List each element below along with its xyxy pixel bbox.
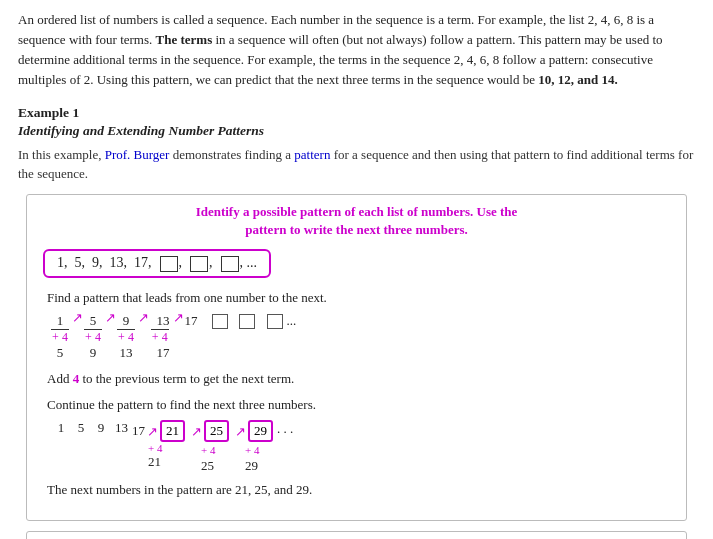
example-desc: In this example, Prof. Burger demonstrat… [18, 145, 695, 184]
arrow-group-4: 13 + 4 17 [150, 313, 170, 361]
cont-arrow-2: ↗ [191, 424, 202, 440]
main-content: An ordered list of numbers is called a s… [0, 0, 713, 539]
result-4: 17 [150, 345, 170, 361]
outer-wrapper: Identify a possible pattern of each list… [18, 194, 695, 539]
cont-res2: 25 [201, 458, 214, 473]
arrow-group-3: 9 + 4 13 [117, 313, 135, 361]
cont-res1: 21 [148, 454, 161, 470]
plus-4: + 4 [151, 329, 169, 345]
continue-math-row: 1 5 9 13 17 ↗ 21 + 4 [51, 420, 670, 474]
result-2: 9 [84, 345, 102, 361]
continue-label: Continue the pattern to find the next th… [43, 395, 670, 415]
cont-add1: + 4 [148, 442, 162, 454]
blank-sq-1[interactable] [212, 314, 228, 329]
cont-5: 5 [71, 420, 91, 436]
prediction-highlight: 10, 12, and 14. [538, 72, 617, 87]
cont-arrow-3: ↗ [235, 424, 246, 440]
example-title: Example 1 [18, 105, 695, 121]
blank-sq-3[interactable] [267, 314, 283, 329]
arrow-4: ↗ [173, 310, 184, 326]
cont-arrow-1: ↗ [147, 424, 158, 440]
arrow-group-1: 1 + 4 5 [51, 313, 69, 361]
num-9: 9 [117, 313, 135, 329]
blank2[interactable] [190, 256, 208, 272]
cont-17: 17 [132, 423, 145, 439]
example-subtitle: Identifying and Extending Number Pattern… [18, 123, 695, 139]
second-panel: 60, 50, 40, 30, , , , ... Find a pattern… [26, 531, 687, 539]
blank1[interactable] [160, 256, 178, 272]
cont-dots: . . . [277, 420, 293, 437]
terms-highlight: The terms [156, 32, 213, 47]
plus-2: + 4 [84, 329, 102, 345]
cont-add2: + 4 [201, 444, 215, 456]
plus-1: + 4 [51, 329, 69, 345]
main-box-panel: Identify a possible pattern of each list… [26, 194, 687, 521]
num-13: 13 [150, 313, 170, 329]
cont-1: 1 [51, 420, 71, 436]
final-answer: The next numbers in the pattern are 21, … [43, 480, 670, 500]
example-section: Example 1 Identifying and Extending Numb… [18, 105, 695, 184]
instruction-line2: pattern to write the next three numbers. [245, 222, 468, 237]
arrow-2: ↗ [105, 310, 116, 326]
add-highlight: 4 [73, 371, 80, 386]
add-instruction: Add 4 to the previous term to get the ne… [43, 369, 670, 389]
pattern-link: pattern [294, 147, 330, 162]
bracket-25: 25 [204, 420, 229, 442]
box-instruction: Identify a possible pattern of each list… [43, 203, 670, 239]
plus-3: + 4 [117, 329, 135, 345]
cont-res3: 29 [245, 458, 258, 473]
arrow-math-row: 1 + 4 5 ↗ 5 + 4 9 ↗ [51, 313, 670, 361]
num-17: 17 [185, 313, 198, 329]
result-3: 13 [117, 345, 135, 361]
arrow-group-2: 5 + 4 9 [84, 313, 102, 361]
result-1: 5 [51, 345, 69, 361]
cont-9: 9 [91, 420, 111, 436]
arrow-3: ↗ [138, 310, 149, 326]
prof-name: Prof. Burger [105, 147, 170, 162]
sequence1-display: 1, 5, 9, 13, 17, , , , ... [43, 249, 271, 278]
second-panel-inner: 60, 50, 40, 30, , , , ... Find a pattern… [27, 532, 686, 539]
instruction-line1: Identify a possible pattern of each list… [196, 204, 518, 219]
num-5: 5 [84, 313, 102, 329]
blank-sq-2[interactable] [239, 314, 255, 329]
find-pattern-label: Find a pattern that leads from one numbe… [43, 288, 670, 308]
num-1: 1 [51, 313, 69, 329]
sequence1-panel: 1, 5, 9, 13, 17, , , , ... Find a patter… [43, 249, 670, 500]
blank3[interactable] [221, 256, 239, 272]
cont-13: 13 [111, 420, 132, 436]
dots: ... [287, 313, 297, 329]
intro-paragraph: An ordered list of numbers is called a s… [18, 10, 695, 91]
bracket-21: 21 [160, 420, 185, 442]
box-panel-inner: Identify a possible pattern of each list… [27, 195, 686, 520]
arrow-1: ↗ [72, 310, 83, 326]
cont-add3: + 4 [245, 444, 259, 456]
bracket-29: 29 [248, 420, 273, 442]
